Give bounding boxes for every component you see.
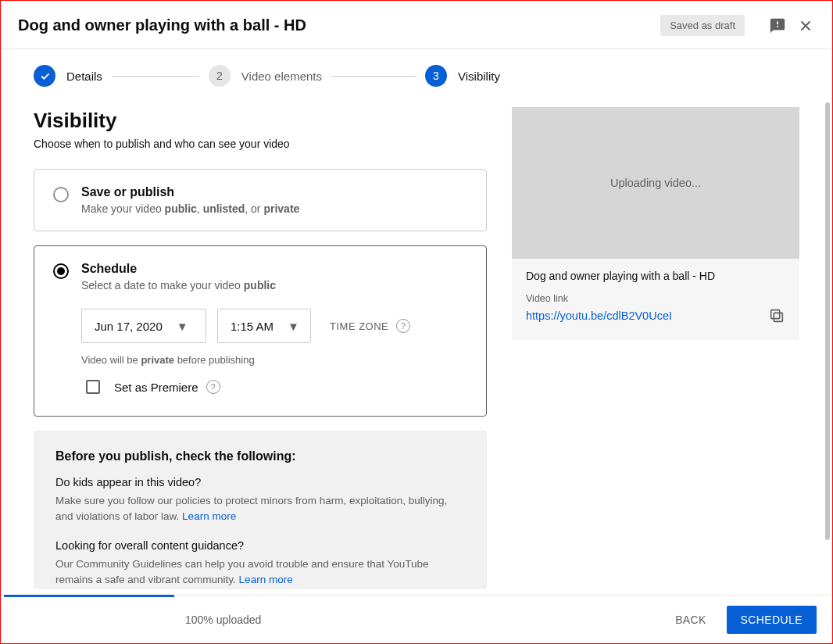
step-label: Visibility [458, 70, 500, 83]
timezone-button[interactable]: TIME ZONE ? [330, 319, 410, 333]
text: before publishing [174, 354, 255, 366]
dropdown-value: Jun 17, 2020 [95, 320, 163, 333]
upload-progress-bar [4, 595, 174, 597]
radio-unchecked-icon[interactable] [53, 187, 69, 202]
page-heading: Visibility [34, 109, 487, 133]
premiere-label: Set as Premiere ? [114, 380, 220, 394]
schedule-button[interactable]: SCHEDULE [727, 606, 817, 634]
dialog-header: Dog and owner playing with a ball - HD S… [1, 1, 832, 48]
schedule-date-dropdown[interactable]: Jun 17, 2020 ▼ [81, 309, 206, 343]
step-label: Details [66, 70, 102, 83]
text: Make your video [81, 202, 165, 215]
option-desc: Select a date to make your video public [81, 279, 467, 292]
uploading-text: Uploading video... [610, 177, 701, 189]
premiere-checkbox[interactable] [86, 380, 100, 394]
schedule-time-dropdown[interactable]: 1:15 AM ▼ [217, 309, 311, 343]
chevron-down-icon: ▼ [177, 320, 188, 333]
text-bold: private [141, 354, 174, 366]
feedback-icon[interactable] [768, 16, 787, 35]
schedule-datetime-row: Jun 17, 2020 ▼ 1:15 AM ▼ TIME ZONE ? [81, 309, 467, 343]
publish-checklist: Before you publish, check the following:… [34, 431, 487, 589]
svg-rect-0 [774, 313, 782, 321]
learn-more-link[interactable]: Learn more [239, 574, 293, 585]
step-number: 2 [209, 65, 231, 87]
step-connector [112, 76, 199, 77]
text-bold: public [244, 279, 276, 292]
svg-rect-1 [771, 310, 780, 319]
text: Video will be [81, 354, 141, 366]
text: Set as Premiere [114, 381, 198, 394]
private-note: Video will be private before publishing [81, 354, 467, 366]
dialog-body: Visibility Choose when to publish and wh… [1, 93, 832, 595]
step-label: Video elements [241, 70, 322, 83]
scrollbar-thumb[interactable] [825, 102, 830, 540]
option-title: Schedule [81, 262, 467, 276]
upload-status-text: 100% uploaded [185, 614, 261, 626]
back-button[interactable]: BACK [663, 606, 718, 634]
check-icon [34, 65, 55, 87]
option-schedule[interactable]: Schedule Select a date to make your vide… [34, 245, 487, 417]
timezone-label: TIME ZONE [330, 320, 388, 332]
checklist-desc: Our Community Guidelines can help you av… [55, 556, 465, 589]
copy-icon[interactable] [768, 307, 785, 324]
option-content: Save or publish Make your video public, … [81, 185, 467, 215]
option-content: Schedule Select a date to make your vide… [81, 262, 467, 394]
help-icon[interactable]: ? [396, 319, 410, 333]
option-desc: Make your video public, unlisted, or pri… [81, 202, 467, 215]
dropdown-value: 1:15 AM [231, 320, 273, 333]
option-title: Save or publish [81, 185, 467, 199]
video-link-row: https://youtu.be/cdlB2V0UceI [526, 307, 785, 324]
radio-checked-icon[interactable] [53, 263, 69, 279]
step-visibility[interactable]: 3 Visibility [425, 65, 500, 87]
saved-draft-badge: Saved as draft [660, 15, 745, 36]
checklist-question: Do kids appear in this video? [55, 476, 465, 488]
checklist-title: Before you publish, check the following: [55, 449, 465, 463]
text: , [197, 202, 203, 215]
text-bold: public [165, 202, 197, 215]
text: , or [245, 202, 263, 215]
dialog-title: Dog and owner playing with a ball - HD [18, 16, 660, 34]
stepper: Details 2 Video elements 3 Visibility [1, 49, 832, 93]
step-connector [331, 76, 416, 77]
video-link[interactable]: https://youtu.be/cdlB2V0UceI [526, 309, 672, 322]
chevron-down-icon: ▼ [288, 320, 299, 333]
page-subheading: Choose when to publish and who can see y… [34, 138, 487, 150]
text: Make sure you follow our policies to pro… [55, 495, 447, 522]
text-bold: unlisted [203, 202, 245, 215]
option-save-or-publish[interactable]: Save or publish Make your video public, … [34, 169, 487, 231]
main-column: Visibility Choose when to publish and wh… [34, 102, 487, 595]
step-details[interactable]: Details [34, 65, 102, 87]
text-bold: private [263, 202, 299, 215]
dialog-footer: 100% uploaded BACK SCHEDULE [1, 595, 832, 643]
video-title: Dog and owner playing with a ball - HD [526, 270, 785, 282]
checklist-question: Looking for overall content guidance? [55, 539, 465, 552]
step-video-elements[interactable]: 2 Video elements [209, 65, 322, 87]
text: Select a date to make your video [81, 279, 244, 292]
video-link-label: Video link [526, 293, 785, 304]
video-info-panel: Dog and owner playing with a ball - HD V… [512, 259, 799, 340]
premiere-row: Set as Premiere ? [86, 380, 467, 394]
checklist-desc: Make sure you follow our policies to pro… [55, 493, 465, 525]
side-column: Uploading video... Dog and owner playing… [512, 102, 799, 595]
help-icon[interactable]: ? [206, 380, 220, 394]
step-number: 3 [425, 65, 447, 87]
close-icon[interactable] [796, 16, 815, 35]
learn-more-link[interactable]: Learn more [182, 510, 236, 522]
video-preview-placeholder: Uploading video... [512, 107, 799, 259]
